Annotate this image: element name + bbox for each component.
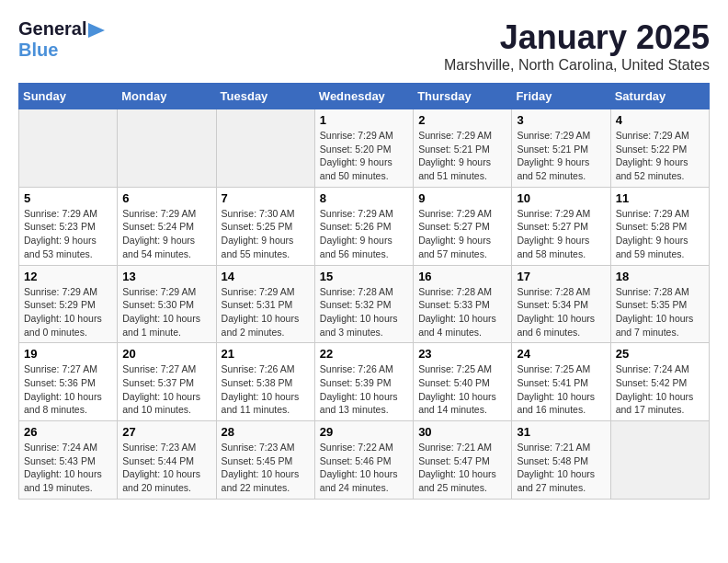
week-row-1: 1Sunrise: 7:29 AMSunset: 5:20 PMDaylight…: [19, 109, 710, 188]
day-number: 14: [222, 270, 310, 283]
header-cell-wednesday: Wednesday: [314, 84, 413, 109]
day-cell: 11Sunrise: 7:29 AMSunset: 5:28 PMDayligh…: [610, 187, 709, 265]
day-number: 21: [222, 347, 310, 361]
week-row-3: 12Sunrise: 7:29 AMSunset: 5:29 PMDayligh…: [19, 265, 710, 343]
day-info: Sunrise: 7:23 AMSunset: 5:45 PMDaylight:…: [222, 441, 310, 495]
day-cell: 21Sunrise: 7:26 AMSunset: 5:38 PMDayligh…: [216, 343, 314, 421]
day-info: Sunrise: 7:29 AMSunset: 5:27 PMDaylight:…: [517, 207, 605, 261]
day-info: Sunrise: 7:26 AMSunset: 5:38 PMDaylight:…: [222, 362, 310, 417]
day-number: 2: [418, 113, 506, 127]
day-number: 11: [616, 191, 704, 205]
day-number: 4: [616, 113, 704, 127]
day-number: 1: [320, 113, 408, 127]
day-cell: 18Sunrise: 7:28 AMSunset: 5:35 PMDayligh…: [610, 265, 709, 343]
day-cell: 17Sunrise: 7:28 AMSunset: 5:34 PMDayligh…: [512, 265, 610, 343]
day-number: 15: [320, 270, 408, 283]
day-info: Sunrise: 7:29 AMSunset: 5:30 PMDaylight:…: [122, 285, 210, 339]
day-info: Sunrise: 7:29 AMSunset: 5:26 PMDaylight:…: [320, 207, 408, 261]
day-number: 17: [517, 270, 605, 283]
day-info: Sunrise: 7:22 AMSunset: 5:46 PMDaylight:…: [320, 441, 408, 495]
day-cell: 3Sunrise: 7:29 AMSunset: 5:21 PMDaylight…: [512, 109, 610, 188]
header-cell-friday: Friday: [512, 84, 610, 109]
day-cell: 26Sunrise: 7:24 AMSunset: 5:43 PMDayligh…: [19, 421, 118, 500]
day-cell: 6Sunrise: 7:29 AMSunset: 5:24 PMDaylight…: [118, 187, 216, 265]
day-cell: 29Sunrise: 7:22 AMSunset: 5:46 PMDayligh…: [314, 421, 413, 500]
day-number: 7: [222, 191, 310, 205]
day-cell: 28Sunrise: 7:23 AMSunset: 5:45 PMDayligh…: [216, 421, 314, 500]
day-cell: 30Sunrise: 7:21 AMSunset: 5:47 PMDayligh…: [414, 421, 512, 500]
day-info: Sunrise: 7:29 AMSunset: 5:21 PMDaylight:…: [517, 129, 605, 183]
day-cell: 22Sunrise: 7:26 AMSunset: 5:39 PMDayligh…: [314, 343, 413, 421]
day-info: Sunrise: 7:28 AMSunset: 5:34 PMDaylight:…: [517, 285, 605, 339]
calendar-title: January 2025: [444, 18, 710, 57]
day-cell: 8Sunrise: 7:29 AMSunset: 5:26 PMDaylight…: [314, 187, 413, 265]
day-info: Sunrise: 7:29 AMSunset: 5:24 PMDaylight:…: [122, 207, 210, 261]
day-cell: 27Sunrise: 7:23 AMSunset: 5:44 PMDayligh…: [118, 421, 216, 500]
day-cell: [610, 421, 709, 500]
header-cell-thursday: Thursday: [414, 84, 512, 109]
logo-arrow-icon: [88, 23, 105, 38]
day-number: 8: [320, 191, 408, 205]
day-cell: 14Sunrise: 7:29 AMSunset: 5:31 PMDayligh…: [216, 265, 314, 343]
day-cell: [19, 109, 118, 188]
day-number: 13: [122, 270, 210, 283]
header-cell-monday: Monday: [118, 84, 216, 109]
page-header: General Blue January 2025 Marshville, No…: [18, 18, 710, 74]
day-number: 16: [418, 270, 506, 283]
svg-marker-0: [88, 23, 105, 38]
day-info: Sunrise: 7:30 AMSunset: 5:25 PMDaylight:…: [222, 207, 310, 261]
day-cell: 1Sunrise: 7:29 AMSunset: 5:20 PMDaylight…: [314, 109, 413, 188]
day-info: Sunrise: 7:24 AMSunset: 5:42 PMDaylight:…: [616, 362, 704, 417]
week-row-4: 19Sunrise: 7:27 AMSunset: 5:36 PMDayligh…: [19, 343, 710, 421]
day-info: Sunrise: 7:29 AMSunset: 5:31 PMDaylight:…: [222, 285, 310, 339]
day-info: Sunrise: 7:29 AMSunset: 5:28 PMDaylight:…: [616, 207, 704, 261]
day-number: 30: [418, 425, 506, 439]
day-info: Sunrise: 7:26 AMSunset: 5:39 PMDaylight:…: [320, 362, 408, 417]
day-number: 28: [222, 425, 310, 439]
day-number: 26: [24, 425, 112, 439]
day-cell: 2Sunrise: 7:29 AMSunset: 5:21 PMDaylight…: [414, 109, 512, 188]
day-number: 5: [24, 191, 112, 205]
day-number: 18: [616, 270, 704, 283]
week-row-2: 5Sunrise: 7:29 AMSunset: 5:23 PMDaylight…: [19, 187, 710, 265]
calendar-subtitle: Marshville, North Carolina, United State…: [444, 57, 710, 74]
day-info: Sunrise: 7:28 AMSunset: 5:33 PMDaylight:…: [418, 285, 506, 339]
header-cell-tuesday: Tuesday: [216, 84, 314, 109]
day-info: Sunrise: 7:21 AMSunset: 5:48 PMDaylight:…: [517, 441, 605, 495]
day-cell: 20Sunrise: 7:27 AMSunset: 5:37 PMDayligh…: [118, 343, 216, 421]
logo-blue-text: Blue: [18, 40, 58, 61]
day-info: Sunrise: 7:28 AMSunset: 5:32 PMDaylight:…: [320, 285, 408, 339]
day-number: 25: [616, 347, 704, 361]
calendar-table: SundayMondayTuesdayWednesdayThursdayFrid…: [18, 83, 710, 500]
header-row: SundayMondayTuesdayWednesdayThursdayFrid…: [19, 84, 710, 109]
day-cell: 19Sunrise: 7:27 AMSunset: 5:36 PMDayligh…: [19, 343, 118, 421]
day-number: 9: [418, 191, 506, 205]
day-number: 12: [24, 270, 112, 283]
day-cell: 15Sunrise: 7:28 AMSunset: 5:32 PMDayligh…: [314, 265, 413, 343]
day-cell: 5Sunrise: 7:29 AMSunset: 5:23 PMDaylight…: [19, 187, 118, 265]
day-info: Sunrise: 7:23 AMSunset: 5:44 PMDaylight:…: [122, 441, 210, 495]
day-cell: 23Sunrise: 7:25 AMSunset: 5:40 PMDayligh…: [414, 343, 512, 421]
logo-general-text: General: [18, 18, 86, 40]
day-number: 24: [517, 347, 605, 361]
day-cell: 4Sunrise: 7:29 AMSunset: 5:22 PMDaylight…: [610, 109, 709, 188]
day-info: Sunrise: 7:25 AMSunset: 5:40 PMDaylight:…: [418, 362, 506, 417]
day-cell: 10Sunrise: 7:29 AMSunset: 5:27 PMDayligh…: [512, 187, 610, 265]
day-info: Sunrise: 7:29 AMSunset: 5:20 PMDaylight:…: [320, 129, 408, 183]
day-info: Sunrise: 7:27 AMSunset: 5:36 PMDaylight:…: [24, 362, 112, 417]
calendar-body: 1Sunrise: 7:29 AMSunset: 5:20 PMDaylight…: [19, 109, 710, 500]
day-info: Sunrise: 7:29 AMSunset: 5:29 PMDaylight:…: [24, 285, 112, 339]
title-section: January 2025 Marshville, North Carolina,…: [444, 18, 710, 74]
day-number: 29: [320, 425, 408, 439]
day-info: Sunrise: 7:27 AMSunset: 5:37 PMDaylight:…: [122, 362, 210, 417]
day-cell: 24Sunrise: 7:25 AMSunset: 5:41 PMDayligh…: [512, 343, 610, 421]
day-info: Sunrise: 7:29 AMSunset: 5:23 PMDaylight:…: [24, 207, 112, 261]
day-info: Sunrise: 7:29 AMSunset: 5:21 PMDaylight:…: [418, 129, 506, 183]
day-cell: 9Sunrise: 7:29 AMSunset: 5:27 PMDaylight…: [414, 187, 512, 265]
header-cell-sunday: Sunday: [19, 84, 118, 109]
week-row-5: 26Sunrise: 7:24 AMSunset: 5:43 PMDayligh…: [19, 421, 710, 500]
day-cell: 31Sunrise: 7:21 AMSunset: 5:48 PMDayligh…: [512, 421, 610, 500]
day-info: Sunrise: 7:29 AMSunset: 5:27 PMDaylight:…: [418, 207, 506, 261]
day-number: 19: [24, 347, 112, 361]
day-number: 23: [418, 347, 506, 361]
